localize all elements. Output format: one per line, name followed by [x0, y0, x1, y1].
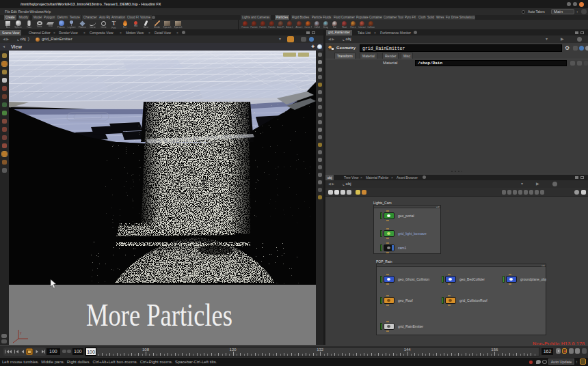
svg-text:More Particles: More Particles [86, 297, 232, 333]
